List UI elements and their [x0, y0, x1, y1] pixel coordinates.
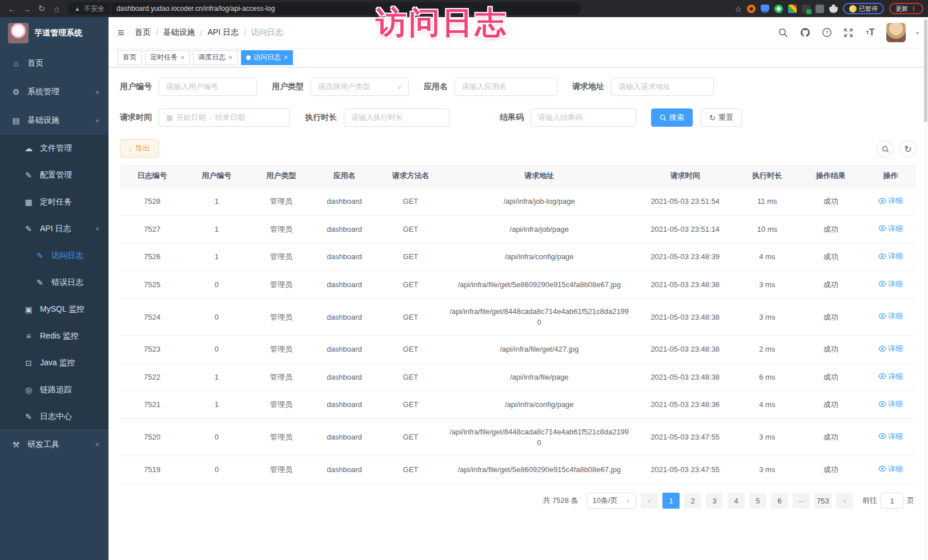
sidebar-item-11[interactable]: ⊡Java 监控	[0, 349, 109, 376]
detail-link[interactable]: 详细	[878, 311, 903, 321]
column-header: 操作结果	[797, 164, 865, 188]
sidebar-item-12[interactable]: ◎链路追踪	[0, 376, 109, 403]
breadcrumb-item[interactable]: 基础设施	[163, 27, 195, 38]
detail-link[interactable]: 详细	[878, 279, 903, 289]
sidebar-item-6[interactable]: ✎API 日志∧	[0, 215, 109, 242]
detail-link[interactable]: 详细	[878, 464, 903, 474]
breadcrumb-item[interactable]: 首页	[135, 27, 151, 38]
breadcrumb-separator: /	[244, 28, 246, 37]
prev-page-button[interactable]: ‹	[641, 493, 658, 509]
cell-log-id: 7519	[120, 456, 184, 484]
detail-link[interactable]: 详细	[878, 431, 903, 442]
page-button-1[interactable]: 1	[662, 493, 680, 509]
sidebar-item-14[interactable]: ⚒研发工具∨	[0, 430, 109, 458]
sidebar-item-5[interactable]: ▦定时任务	[0, 188, 109, 215]
bookmark-star-icon[interactable]: ☆	[734, 5, 742, 13]
detail-link[interactable]: 详细	[878, 371, 903, 382]
user-id-input[interactable]: 请输入用户编号	[159, 78, 257, 96]
goto-page-input[interactable]: 1	[881, 493, 903, 509]
hamburger-icon[interactable]: ≡	[118, 26, 124, 39]
search-button[interactable]: 搜索	[651, 108, 693, 127]
address-bar[interactable]: ▲ 不安全 dashboard.yudao.iocoder.cn/infra/l…	[67, 2, 581, 15]
font-size-icon[interactable]: TT	[865, 27, 876, 38]
browser-back-icon[interactable]: ←	[5, 4, 19, 14]
detail-link[interactable]: 详细	[878, 398, 903, 409]
refresh-table-button[interactable]: ↻	[899, 140, 917, 158]
sidebar-item-label: 研发工具	[27, 440, 59, 450]
app-logo[interactable]: 芋道管理系统	[0, 17, 109, 49]
page-scrollbar[interactable]	[923, 17, 928, 560]
fullscreen-icon[interactable]	[843, 27, 854, 38]
help-icon[interactable]: ?	[821, 27, 833, 38]
close-tab-icon[interactable]: ×	[228, 54, 232, 62]
user-caret-icon[interactable]: ▾	[916, 30, 919, 36]
column-header: 执行时长	[737, 164, 797, 188]
sidebar-item-7[interactable]: ✎访问日志	[0, 242, 109, 269]
browser-home-icon[interactable]: ⌂	[49, 4, 64, 14]
close-tab-icon[interactable]: ×	[284, 54, 288, 62]
sidebar-item-2[interactable]: ▤基础设施∧	[0, 106, 109, 135]
browser-forward-icon[interactable]: →	[19, 4, 34, 14]
toggle-search-button[interactable]	[877, 140, 894, 158]
page-button-753[interactable]: 753	[814, 493, 831, 509]
sidebar-item-8[interactable]: ✎错误日志	[0, 269, 109, 296]
request-url-input[interactable]: 请输入请求地址	[611, 78, 714, 96]
extension-icon[interactable]	[815, 5, 824, 13]
reset-button[interactable]: ↻ 重置	[701, 108, 742, 127]
page-button-6[interactable]: 6	[771, 493, 788, 509]
cell-user-id: 1	[184, 243, 249, 271]
more-pages-button[interactable]: ···	[793, 493, 810, 509]
cell-log-id: 7522	[120, 363, 184, 391]
tab-定时任务[interactable]: 定时任务×	[145, 50, 190, 65]
extension-icon[interactable]	[788, 5, 797, 13]
user-avatar[interactable]	[886, 23, 906, 42]
sidebar-item-9[interactable]: ▣MySQL 监控	[0, 296, 109, 323]
page-button-4[interactable]: 4	[728, 493, 745, 509]
next-page-button[interactable]: ›	[836, 493, 853, 509]
cell-user-type: 管理员	[249, 299, 314, 336]
result-code-input[interactable]: 请输入结果码	[531, 108, 636, 127]
sidebar-item-label: 文件管理	[40, 143, 72, 154]
cell-user-id: 0	[184, 336, 249, 364]
tab-首页[interactable]: 首页	[118, 50, 142, 65]
detail-link[interactable]: 详细	[878, 343, 903, 354]
detail-link[interactable]: 详细	[878, 251, 903, 261]
breadcrumb-item[interactable]: API 日志	[207, 27, 238, 38]
tab-调度日志[interactable]: 调度日志×	[193, 50, 238, 65]
tab-访问日志[interactable]: 访问日志×	[241, 50, 293, 65]
search-icon[interactable]	[778, 27, 789, 38]
extension-icon[interactable]	[761, 5, 769, 13]
page-button-5[interactable]: 5	[749, 493, 766, 509]
sidebar-item-1[interactable]: ⚙系统管理∨	[0, 78, 109, 106]
page-button-3[interactable]: 3	[706, 493, 723, 509]
browser-reload-icon[interactable]: ↻	[34, 3, 49, 14]
detail-link[interactable]: 详细	[878, 223, 903, 234]
export-button[interactable]: ↓ 导出	[120, 139, 159, 158]
sidebar-item-0[interactable]: ⌂首页	[0, 49, 109, 78]
close-tab-icon[interactable]: ×	[180, 54, 184, 62]
sidebar-item-13[interactable]: ✎日志中心	[0, 403, 109, 430]
chevron-up-icon: ∧	[95, 118, 99, 123]
duration-input[interactable]: 请输入执行时长	[344, 108, 449, 127]
sidebar-item-10[interactable]: ≡Redis 监控	[0, 323, 109, 349]
extension-icon[interactable]	[802, 5, 810, 13]
sidebar-item-3[interactable]: ☁文件管理	[0, 135, 109, 162]
browser-update-button[interactable]: 更新 ⋮	[889, 3, 923, 14]
extensions-puzzle-icon[interactable]	[829, 5, 838, 13]
app-name-input[interactable]: 请输入应用名	[455, 78, 557, 96]
github-icon[interactable]	[800, 27, 811, 38]
browser-menu-icon[interactable]: ⋮	[910, 5, 917, 13]
extension-icon[interactable]	[747, 5, 756, 13]
tab-label: 访问日志	[254, 53, 281, 62]
page-size-select[interactable]: 10条/页 ∨	[586, 493, 636, 509]
sidebar-item-4[interactable]: ✎配置管理	[0, 162, 109, 188]
user-type-select[interactable]: 请选择用户类型∨	[311, 78, 409, 96]
request-time-range-picker[interactable]: ▦ 开始日期 - 结束日期	[159, 108, 290, 127]
cell-duration: 2 ms	[737, 336, 797, 364]
detail-link[interactable]: 详细	[878, 195, 903, 206]
extension-icon[interactable]	[774, 5, 783, 13]
page-content: 用户编号 请输入用户编号 用户类型 请选择用户类型∨ 应用名 请输入应用名 请求…	[109, 67, 928, 560]
cell-actions: 详细	[865, 336, 917, 364]
page-button-2[interactable]: 2	[684, 493, 701, 509]
profile-paused-badge[interactable]: 已暂停	[843, 3, 884, 14]
